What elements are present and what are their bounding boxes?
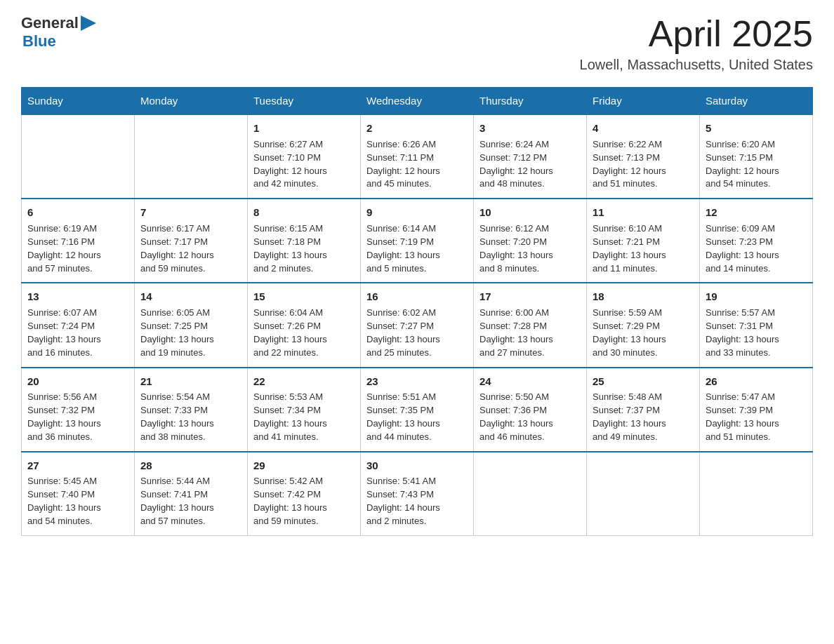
day-number: 5 xyxy=(706,121,807,136)
day-info: Sunrise: 6:27 AM Sunset: 7:10 PM Dayligh… xyxy=(253,138,355,191)
calendar-cell: 27Sunrise: 5:45 AM Sunset: 7:40 PM Dayli… xyxy=(22,452,135,536)
calendar-cell: 19Sunrise: 5:57 AM Sunset: 7:31 PM Dayli… xyxy=(700,283,813,367)
day-info: Sunrise: 5:56 AM Sunset: 7:32 PM Dayligh… xyxy=(27,391,128,443)
day-number: 24 xyxy=(479,374,581,389)
day-number: 27 xyxy=(27,458,128,474)
calendar-cell: 24Sunrise: 5:50 AM Sunset: 7:36 PM Dayli… xyxy=(474,368,587,452)
day-number: 7 xyxy=(140,205,241,220)
calendar-cell: 9Sunrise: 6:14 AM Sunset: 7:19 PM Daylig… xyxy=(361,199,474,283)
calendar-week-row: 13Sunrise: 6:07 AM Sunset: 7:24 PM Dayli… xyxy=(22,283,813,367)
day-info: Sunrise: 5:44 AM Sunset: 7:41 PM Dayligh… xyxy=(140,475,241,528)
day-info: Sunrise: 6:14 AM Sunset: 7:19 PM Dayligh… xyxy=(366,222,468,275)
day-number: 28 xyxy=(140,458,241,474)
calendar-cell: 1Sunrise: 6:27 AM Sunset: 7:10 PM Daylig… xyxy=(248,114,361,199)
day-number: 10 xyxy=(479,205,581,220)
location-title: Lowell, Massachusetts, United States xyxy=(580,57,813,73)
day-number: 18 xyxy=(593,289,694,304)
day-number: 12 xyxy=(706,205,807,220)
month-title: April 2025 xyxy=(580,14,813,54)
calendar-week-row: 20Sunrise: 5:56 AM Sunset: 7:32 PM Dayli… xyxy=(22,368,813,452)
day-info: Sunrise: 5:59 AM Sunset: 7:29 PM Dayligh… xyxy=(593,307,694,359)
calendar-header-saturday: Saturday xyxy=(700,88,813,115)
day-info: Sunrise: 6:26 AM Sunset: 7:11 PM Dayligh… xyxy=(366,138,468,191)
calendar-table: SundayMondayTuesdayWednesdayThursdayFrid… xyxy=(21,87,813,536)
logo: General Blue xyxy=(21,14,96,51)
calendar-cell: 12Sunrise: 6:09 AM Sunset: 7:23 PM Dayli… xyxy=(700,199,813,283)
day-number: 3 xyxy=(479,121,581,136)
calendar-cell: 13Sunrise: 6:07 AM Sunset: 7:24 PM Dayli… xyxy=(22,283,135,367)
logo-text-blue: Blue xyxy=(22,32,56,51)
calendar-cell: 30Sunrise: 5:41 AM Sunset: 7:43 PM Dayli… xyxy=(361,452,474,536)
calendar-header-tuesday: Tuesday xyxy=(248,88,361,115)
title-block: April 2025 Lowell, Massachusetts, United… xyxy=(580,14,813,73)
day-info: Sunrise: 6:15 AM Sunset: 7:18 PM Dayligh… xyxy=(253,222,355,275)
calendar-cell xyxy=(700,452,813,536)
day-number: 29 xyxy=(253,458,355,474)
page-header: General Blue April 2025 Lowell, Massachu… xyxy=(21,14,813,73)
day-number: 20 xyxy=(27,374,128,389)
day-number: 2 xyxy=(366,121,468,136)
calendar-cell xyxy=(135,114,248,199)
calendar-cell: 14Sunrise: 6:05 AM Sunset: 7:25 PM Dayli… xyxy=(135,283,248,367)
calendar-cell: 22Sunrise: 5:53 AM Sunset: 7:34 PM Dayli… xyxy=(248,368,361,452)
calendar-cell xyxy=(587,452,700,536)
day-number: 22 xyxy=(253,374,355,389)
day-number: 26 xyxy=(706,374,807,389)
calendar-cell xyxy=(474,452,587,536)
day-number: 30 xyxy=(366,458,468,474)
calendar-header-sunday: Sunday xyxy=(22,88,135,115)
day-number: 15 xyxy=(253,289,355,304)
calendar-header-monday: Monday xyxy=(135,88,248,115)
calendar-cell: 10Sunrise: 6:12 AM Sunset: 7:20 PM Dayli… xyxy=(474,199,587,283)
day-info: Sunrise: 5:48 AM Sunset: 7:37 PM Dayligh… xyxy=(593,391,694,443)
calendar-header-wednesday: Wednesday xyxy=(361,88,474,115)
day-info: Sunrise: 5:57 AM Sunset: 7:31 PM Dayligh… xyxy=(706,307,807,359)
day-info: Sunrise: 5:47 AM Sunset: 7:39 PM Dayligh… xyxy=(706,391,807,443)
day-info: Sunrise: 6:07 AM Sunset: 7:24 PM Dayligh… xyxy=(27,307,128,359)
calendar-cell xyxy=(22,114,135,199)
day-info: Sunrise: 6:09 AM Sunset: 7:23 PM Dayligh… xyxy=(706,222,807,275)
day-number: 19 xyxy=(706,289,807,304)
day-number: 17 xyxy=(479,289,581,304)
logo-arrow-icon xyxy=(81,15,96,31)
day-info: Sunrise: 6:22 AM Sunset: 7:13 PM Dayligh… xyxy=(593,138,694,191)
calendar-header-friday: Friday xyxy=(587,88,700,115)
day-number: 9 xyxy=(366,205,468,220)
day-info: Sunrise: 6:20 AM Sunset: 7:15 PM Dayligh… xyxy=(706,138,807,191)
calendar-header-thursday: Thursday xyxy=(474,88,587,115)
day-number: 23 xyxy=(366,374,468,389)
day-info: Sunrise: 5:41 AM Sunset: 7:43 PM Dayligh… xyxy=(366,475,468,528)
calendar-cell: 5Sunrise: 6:20 AM Sunset: 7:15 PM Daylig… xyxy=(700,114,813,199)
calendar-cell: 28Sunrise: 5:44 AM Sunset: 7:41 PM Dayli… xyxy=(135,452,248,536)
day-number: 14 xyxy=(140,289,241,304)
calendar-cell: 6Sunrise: 6:19 AM Sunset: 7:16 PM Daylig… xyxy=(22,199,135,283)
day-info: Sunrise: 6:17 AM Sunset: 7:17 PM Dayligh… xyxy=(140,222,241,275)
day-info: Sunrise: 6:12 AM Sunset: 7:20 PM Dayligh… xyxy=(479,222,581,275)
calendar-cell: 21Sunrise: 5:54 AM Sunset: 7:33 PM Dayli… xyxy=(135,368,248,452)
day-info: Sunrise: 5:51 AM Sunset: 7:35 PM Dayligh… xyxy=(366,391,468,443)
calendar-cell: 26Sunrise: 5:47 AM Sunset: 7:39 PM Dayli… xyxy=(700,368,813,452)
day-number: 4 xyxy=(593,121,694,136)
calendar-header-row: SundayMondayTuesdayWednesdayThursdayFrid… xyxy=(22,88,813,115)
day-info: Sunrise: 5:50 AM Sunset: 7:36 PM Dayligh… xyxy=(479,391,581,443)
calendar-cell: 8Sunrise: 6:15 AM Sunset: 7:18 PM Daylig… xyxy=(248,199,361,283)
day-info: Sunrise: 6:10 AM Sunset: 7:21 PM Dayligh… xyxy=(593,222,694,275)
day-number: 13 xyxy=(27,289,128,304)
calendar-cell: 25Sunrise: 5:48 AM Sunset: 7:37 PM Dayli… xyxy=(587,368,700,452)
svg-marker-0 xyxy=(81,15,96,31)
day-number: 21 xyxy=(140,374,241,389)
day-info: Sunrise: 5:42 AM Sunset: 7:42 PM Dayligh… xyxy=(253,475,355,528)
day-number: 1 xyxy=(253,121,355,136)
calendar-week-row: 6Sunrise: 6:19 AM Sunset: 7:16 PM Daylig… xyxy=(22,199,813,283)
day-info: Sunrise: 5:54 AM Sunset: 7:33 PM Dayligh… xyxy=(140,391,241,443)
calendar-cell: 23Sunrise: 5:51 AM Sunset: 7:35 PM Dayli… xyxy=(361,368,474,452)
calendar-cell: 7Sunrise: 6:17 AM Sunset: 7:17 PM Daylig… xyxy=(135,199,248,283)
day-number: 25 xyxy=(593,374,694,389)
calendar-cell: 16Sunrise: 6:02 AM Sunset: 7:27 PM Dayli… xyxy=(361,283,474,367)
calendar-cell: 18Sunrise: 5:59 AM Sunset: 7:29 PM Dayli… xyxy=(587,283,700,367)
calendar-week-row: 27Sunrise: 5:45 AM Sunset: 7:40 PM Dayli… xyxy=(22,452,813,536)
day-info: Sunrise: 6:00 AM Sunset: 7:28 PM Dayligh… xyxy=(479,307,581,359)
day-info: Sunrise: 5:53 AM Sunset: 7:34 PM Dayligh… xyxy=(253,391,355,443)
day-number: 11 xyxy=(593,205,694,220)
calendar-cell: 17Sunrise: 6:00 AM Sunset: 7:28 PM Dayli… xyxy=(474,283,587,367)
